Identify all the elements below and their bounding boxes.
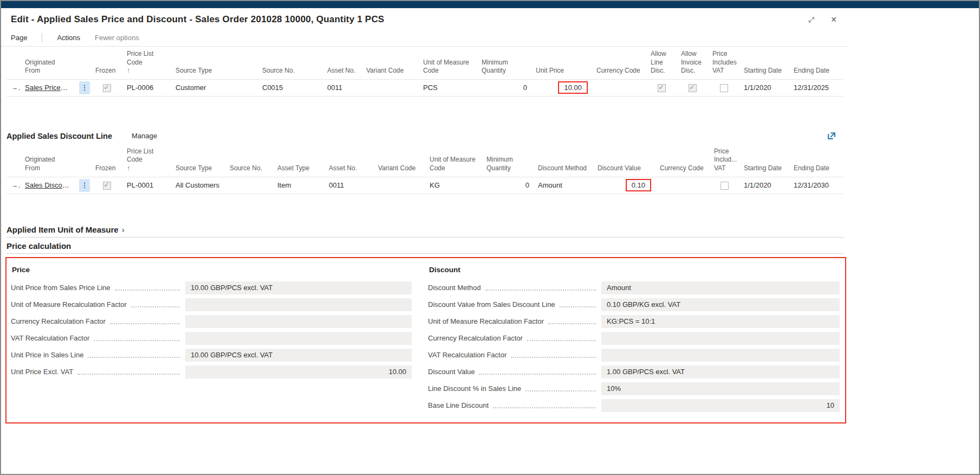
cell-starting-date: 1/1/2020 bbox=[739, 177, 789, 194]
price-includes-vat-checkbox[interactable] bbox=[721, 182, 729, 190]
window-controls: ⤢ ✕ bbox=[808, 16, 837, 23]
menu-actions[interactable]: Actions bbox=[57, 34, 80, 42]
field-value[interactable]: 10% bbox=[601, 382, 840, 395]
field-vat-recalculation-factor: VAT Recalculation Factor bbox=[428, 349, 840, 362]
field-value[interactable]: Amount bbox=[601, 281, 840, 294]
col-row-menu bbox=[75, 47, 91, 79]
col-starting-date[interactable]: Starting Date bbox=[739, 47, 789, 79]
col-asset-no[interactable]: Asset No. bbox=[323, 47, 362, 79]
col-price-includes-vat[interactable]: Price Includ... VAT bbox=[710, 144, 739, 177]
col-currency-code[interactable]: Currency Code bbox=[656, 144, 710, 177]
col-source-type[interactable]: Source Type bbox=[171, 144, 225, 177]
field-value[interactable] bbox=[185, 315, 412, 328]
field-base-line-discount: Base Line Discount 10 bbox=[428, 399, 840, 412]
dotted-leader bbox=[88, 357, 180, 358]
dotted-leader bbox=[560, 306, 596, 307]
discount-value-value: 0.10 bbox=[632, 181, 645, 189]
frozen-checkbox[interactable] bbox=[103, 182, 111, 190]
col-source-no[interactable]: Source No. bbox=[258, 47, 323, 79]
col-variant-code[interactable]: Variant Code bbox=[362, 47, 419, 79]
col-variant-code[interactable]: Variant Code bbox=[374, 144, 425, 177]
dotted-leader bbox=[94, 340, 180, 341]
col-frozen[interactable]: Frozen bbox=[91, 144, 122, 177]
field-value[interactable]: 0.10 GBP/KG excl. VAT bbox=[601, 298, 840, 311]
close-icon[interactable]: ✕ bbox=[830, 16, 837, 23]
focus-mode-icon[interactable] bbox=[827, 131, 836, 140]
field-label: Currency Recalculation Factor bbox=[428, 334, 523, 342]
col-originated-from[interactable]: Originated From bbox=[21, 47, 75, 79]
col-minimum-quantity[interactable]: Minimum Quantity bbox=[482, 144, 534, 177]
field-label: VAT Recalculation Factor bbox=[428, 351, 507, 359]
frozen-checkbox[interactable] bbox=[103, 84, 111, 92]
sales-price-grid: Originated From Frozen Price List Code↑ … bbox=[7, 47, 843, 97]
menu-fewer-options[interactable]: Fewer options bbox=[95, 34, 139, 42]
col-allow-line-disc[interactable]: Allow Line Disc. bbox=[646, 47, 677, 79]
field-value[interactable]: 10.00 GBP/PCS excl. VAT bbox=[185, 349, 412, 362]
cell-uom-code: KG bbox=[425, 177, 482, 194]
field-unit-price-from-sales-price-line: Unit Price from Sales Price Line 10.00 G… bbox=[11, 281, 412, 294]
sales-discount-grid: Originated From Frozen Price List Code↑ … bbox=[7, 144, 843, 194]
row-menu-button[interactable]: ⋮ bbox=[79, 179, 90, 192]
discount-column: Discount Discount Method Amount Discount… bbox=[428, 264, 840, 416]
menu-page[interactable]: Page bbox=[11, 34, 27, 42]
field-value[interactable]: KG:PCS = 10:1 bbox=[601, 315, 840, 328]
dotted-leader bbox=[77, 374, 180, 375]
col-source-no[interactable]: Source No. bbox=[225, 144, 273, 177]
field-discount-value-from-sales-discount-line: Discount Value from Sales Discount Line … bbox=[428, 298, 840, 311]
col-arrow bbox=[7, 47, 21, 79]
col-unit-price[interactable]: Unit Price bbox=[531, 47, 592, 79]
field-vat-recalculation-factor: VAT Recalculation Factor bbox=[11, 332, 412, 345]
col-uom-code[interactable]: Unit of Measure Code bbox=[425, 144, 482, 177]
col-discount-method[interactable]: Discount Method bbox=[534, 144, 593, 177]
cell-currency-code bbox=[592, 79, 646, 96]
restore-icon[interactable]: ⤢ bbox=[808, 16, 814, 23]
col-asset-type[interactable]: Asset Type bbox=[273, 144, 324, 177]
cell-uom-code: PCS bbox=[419, 79, 477, 96]
col-uom-code[interactable]: Unit of Measure Code bbox=[419, 47, 477, 79]
col-price-includes-vat[interactable]: Price Includes VAT bbox=[708, 47, 739, 79]
field-value[interactable] bbox=[601, 332, 840, 345]
field-value[interactable]: 10.00 bbox=[185, 365, 412, 378]
dialog-window: Edit - Applied Sales Price and Discount … bbox=[0, 0, 980, 475]
cell-allow-line-disc bbox=[646, 79, 677, 96]
row-menu-button[interactable]: ⋮ bbox=[79, 81, 90, 94]
originated-from-link[interactable]: Sales Discount... bbox=[25, 181, 75, 189]
field-value[interactable]: 10 bbox=[601, 399, 840, 412]
originated-from-link[interactable]: Sales Prices List bbox=[25, 84, 75, 92]
col-asset-no[interactable]: Asset No. bbox=[324, 144, 374, 177]
allow-invoice-disc-checkbox[interactable] bbox=[689, 84, 697, 92]
col-ending-date[interactable]: Ending Date bbox=[789, 144, 843, 177]
field-value[interactable] bbox=[185, 298, 412, 311]
col-ending-date[interactable]: Ending Date bbox=[789, 47, 843, 79]
allow-line-disc-checkbox[interactable] bbox=[658, 84, 666, 92]
col-source-type[interactable]: Source Type bbox=[171, 47, 258, 79]
field-value[interactable]: 1.00 GBP/PCS excl. VAT bbox=[601, 365, 840, 378]
price-calculation-section: Price calculation bbox=[7, 238, 843, 253]
field-label: VAT Recalculation Factor bbox=[11, 334, 89, 342]
manage-menu[interactable]: Manage bbox=[132, 132, 157, 140]
discount-grid-row: → Sales Discount... ⋮ PL-0001 All Custom… bbox=[7, 177, 843, 194]
field-label: Discount Value bbox=[428, 368, 475, 376]
field-value[interactable]: 10.00 GBP/PCS excl. VAT bbox=[185, 281, 412, 294]
price-includes-vat-checkbox[interactable] bbox=[720, 84, 728, 92]
col-starting-date[interactable]: Starting Date bbox=[739, 144, 789, 177]
dotted-leader bbox=[485, 290, 596, 291]
col-minimum-quantity[interactable]: Minimum Quantity bbox=[477, 47, 531, 79]
menu-divider bbox=[42, 33, 42, 42]
row-indicator-arrow: → bbox=[7, 177, 21, 194]
field-value[interactable] bbox=[601, 349, 840, 362]
discount-column-title: Discount bbox=[429, 266, 840, 274]
col-frozen[interactable]: Frozen bbox=[91, 47, 122, 79]
col-discount-value[interactable]: Discount Value bbox=[593, 144, 656, 177]
field-value[interactable] bbox=[185, 332, 412, 345]
col-currency-code[interactable]: Currency Code bbox=[592, 47, 646, 79]
col-originated-from[interactable]: Originated From bbox=[21, 144, 75, 177]
col-price-list-code[interactable]: Price List Code↑ bbox=[122, 144, 171, 177]
col-price-list-code[interactable]: Price List Code↑ bbox=[122, 47, 171, 79]
price-column: Price Unit Price from Sales Price Line 1… bbox=[11, 264, 412, 416]
applied-item-uom-title: Applied Item Unit of Measure bbox=[7, 225, 119, 234]
col-allow-invoice-disc[interactable]: Allow Invoice Disc. bbox=[677, 47, 708, 79]
applied-item-uom-section[interactable]: Applied Item Unit of Measure › bbox=[7, 221, 843, 237]
dotted-leader bbox=[527, 340, 596, 341]
dialog-content: Edit - Applied Sales Price and Discount … bbox=[1, 8, 849, 423]
